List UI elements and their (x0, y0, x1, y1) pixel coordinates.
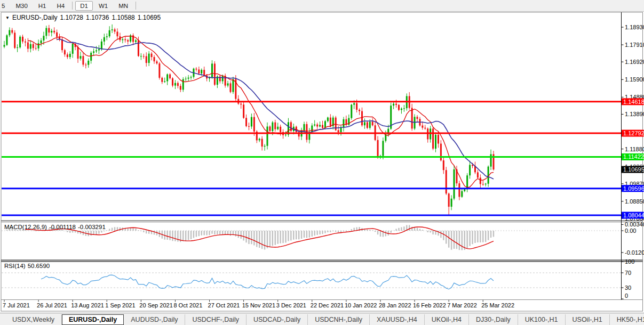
svg-text:7 Jul 2021: 7 Jul 2021 (3, 302, 30, 308)
toolbar-separator (72, 2, 73, 10)
svg-text:25 Mar 2022: 25 Mar 2022 (481, 302, 514, 308)
svg-text:0.003408: 0.003408 (625, 221, 644, 228)
svg-text:8 Oct 2021: 8 Oct 2021 (173, 302, 202, 308)
svg-text:1.09596: 1.09596 (623, 185, 644, 192)
timeframe-button-w1[interactable]: W1 (94, 1, 113, 11)
svg-text:1.15900: 1.15900 (625, 76, 644, 83)
terminal-window: 5M30H1H4D1W1MN 1.189301.179101.169201.15… (0, 0, 644, 325)
svg-text:15 Nov 2021: 15 Nov 2021 (242, 302, 275, 308)
macd-value-signal: -0.003291 (78, 224, 106, 230)
svg-text:1.10695: 1.10695 (623, 166, 644, 173)
tabs-holder: USDX,WeeklyEURUSD-,DailyAUDUSD-,DailyUSD… (5, 314, 644, 325)
svg-text:70: 70 (625, 270, 631, 276)
tab-usoil-h1[interactable]: USOil-,H1 (566, 314, 610, 325)
svg-text:7 Mar 2022: 7 Mar 2022 (447, 302, 477, 308)
svg-text:1.11422: 1.11422 (623, 153, 644, 160)
rsi-value: 50.6590 (28, 263, 50, 269)
svg-text:1.13890: 1.13890 (625, 111, 644, 117)
svg-text:22 Dec 2021: 22 Dec 2021 (311, 302, 344, 308)
timeframe-button-d1[interactable]: D1 (75, 1, 93, 11)
rsi-name: RSI(14) (4, 263, 26, 269)
svg-text:1.11880: 1.11880 (625, 146, 644, 152)
chart-canvas[interactable]: 1.189301.179101.169201.159001.148801.138… (0, 11, 644, 313)
svg-text:28 Jan 2022: 28 Jan 2022 (379, 302, 411, 308)
tab-uk100-h1[interactable]: UK100-,H1 (518, 314, 566, 325)
tab-hk50-h1[interactable]: HK50-,H1 (610, 314, 644, 325)
svg-text:1.08044: 1.08044 (623, 212, 644, 218)
chart-title: ▼EURUSD-,Daily1.107281.107361.105881.106… (5, 14, 161, 21)
macd-value-main: -0.001118 (49, 224, 76, 230)
timeframe-button-h1[interactable]: H1 (34, 1, 51, 11)
svg-text:3 Dec 2021: 3 Dec 2021 (276, 302, 306, 308)
timeframe-button-h4[interactable]: H4 (52, 1, 69, 11)
tab-usdcad-daily[interactable]: USDCAD-,Daily (247, 314, 308, 325)
symbol-tabbar: USDX,WeeklyEURUSD-,DailyAUDUSD-,DailyUSD… (0, 313, 644, 325)
svg-text:20 Sep 2021: 20 Sep 2021 (139, 302, 172, 308)
tab-usdcnh-daily[interactable]: USDCNH-,Daily (308, 314, 370, 325)
timeframe-button-m30[interactable]: M30 (11, 1, 32, 11)
svg-text:1.12792: 1.12792 (623, 130, 644, 136)
svg-text:0: 0 (625, 292, 628, 299)
ohlc-low: 1.10588 (112, 14, 134, 21)
chart-window: 1.189301.179101.169201.159001.148801.138… (0, 11, 644, 313)
timeframe-toolbar: 5M30H1H4D1W1MN (0, 0, 644, 12)
svg-text:1.16920: 1.16920 (625, 59, 644, 65)
svg-text:26 Jul 2021: 26 Jul 2021 (37, 302, 67, 308)
tab-usdchf-daily[interactable]: USDCHF-,Daily (185, 314, 247, 325)
toolbar-separator (136, 2, 136, 10)
svg-text:1.17910: 1.17910 (625, 42, 644, 48)
tab-dj30-daily[interactable]: DJ30-,Daily (469, 314, 518, 325)
svg-text:1.18930: 1.18930 (625, 24, 644, 30)
macd-indicator-label: MACD(12,26,9)-0.001118-0.003291 (4, 224, 108, 230)
svg-text:1.08850: 1.08850 (625, 198, 644, 205)
timeframe-button-5[interactable]: 5 (0, 1, 10, 11)
svg-text:100: 100 (625, 258, 634, 265)
svg-text:1.14618: 1.14618 (623, 99, 644, 105)
svg-text:0.00: 0.00 (625, 228, 636, 234)
tab-xauusd-h4[interactable]: XAUUSD-,H4 (370, 314, 425, 325)
tab-ukoil-h4[interactable]: UKOil-,H4 (425, 314, 469, 325)
ohlc-open: 1.10728 (60, 14, 83, 21)
svg-text:10 Jan 2022: 10 Jan 2022 (345, 302, 377, 308)
svg-text:16 Feb 2022: 16 Feb 2022 (413, 302, 446, 308)
ohlc-close: 1.10695 (138, 14, 161, 21)
tab-eurusd-daily[interactable]: EURUSD-,Daily (62, 314, 124, 325)
timeframe-button-mn[interactable]: MN (114, 1, 133, 11)
svg-text:27 Oct 2021: 27 Oct 2021 (208, 302, 240, 308)
svg-text:-0.01205: -0.01205 (625, 249, 644, 256)
chart-symbol-label: EURUSD-,Daily (12, 14, 58, 21)
ohlc-high: 1.10736 (86, 14, 109, 21)
svg-text:13 Aug 2021: 13 Aug 2021 (71, 302, 104, 308)
svg-text:30: 30 (625, 285, 631, 291)
chevron-down-icon[interactable]: ▼ (5, 15, 10, 20)
tab-audusd-daily[interactable]: AUDUSD-,Daily (124, 314, 185, 325)
svg-text:1 Sep 2021: 1 Sep 2021 (105, 302, 135, 308)
rsi-indicator-label: RSI(14)50.6590 (4, 263, 52, 269)
macd-name: MACD(12,26,9) (4, 224, 47, 230)
tab-usdx-weekly[interactable]: USDX,Weekly (5, 314, 62, 325)
